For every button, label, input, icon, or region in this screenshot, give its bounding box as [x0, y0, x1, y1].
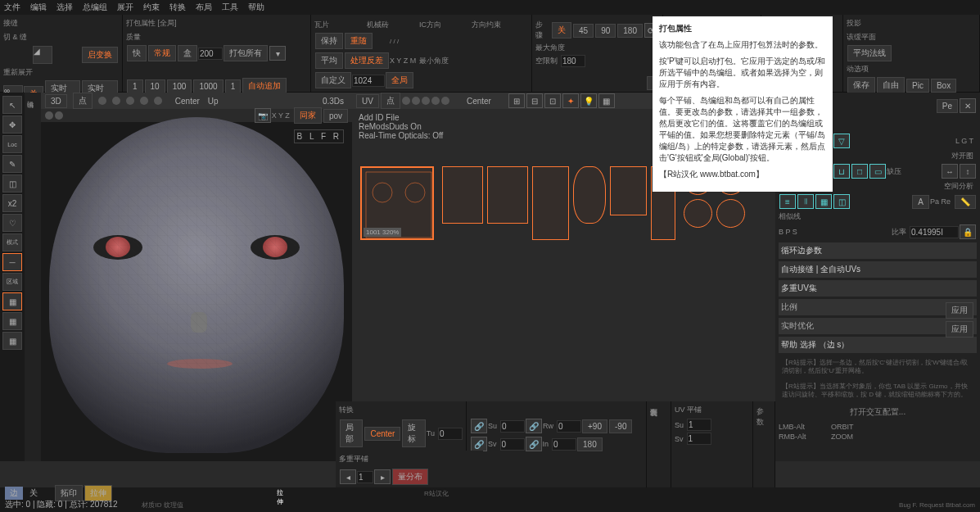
pad-input[interactable]: [198, 48, 223, 60]
su-input[interactable]: [500, 420, 525, 433]
menu-convert[interactable]: 转换: [169, 2, 186, 13]
n3[interactable]: 100: [167, 79, 192, 93]
shield-icon[interactable]: ♡: [2, 214, 22, 232]
q-fast[interactable]: 快: [127, 45, 147, 61]
menu-select[interactable]: 选择: [56, 2, 73, 13]
uvd2[interactable]: [412, 97, 420, 105]
align3-icon[interactable]: ⊡: [544, 93, 561, 108]
avg-btn[interactable]: 平均: [315, 52, 343, 69]
island1[interactable]: [442, 166, 483, 224]
d1-icon[interactable]: ≡: [779, 194, 796, 209]
align1-icon[interactable]: ⊞: [508, 93, 525, 108]
arr-h-icon[interactable]: ↔: [942, 164, 958, 179]
line-icon[interactable]: ─: [2, 253, 22, 271]
s-multiuv[interactable]: 多重UV集: [779, 280, 977, 297]
s-loop[interactable]: 循环边参数: [779, 242, 977, 259]
in-input[interactable]: [552, 438, 576, 451]
island5[interactable]: [610, 166, 647, 215]
transform-btn[interactable]: 启变换: [82, 47, 118, 63]
step45[interactable]: 45: [573, 24, 594, 38]
shade1[interactable]: [98, 97, 106, 105]
area-icon[interactable]: 区域: [2, 273, 22, 291]
chev-left-icon[interactable]: ◂: [340, 469, 356, 484]
grid1-icon[interactable]: ▦: [2, 292, 22, 310]
tab-uv[interactable]: UV: [356, 94, 379, 108]
move-icon[interactable]: ✥: [2, 116, 22, 134]
face-mesh[interactable]: [49, 117, 344, 453]
limit-input[interactable]: [561, 55, 585, 67]
island4[interactable]: [573, 166, 606, 224]
bulb-icon[interactable]: 💡: [580, 93, 597, 108]
loc-icon[interactable]: Loc: [2, 135, 22, 153]
shade2[interactable]: [112, 97, 120, 105]
global-btn[interactable]: 全局: [386, 72, 413, 88]
sv2-input[interactable]: [687, 433, 711, 445]
auto-append-btn[interactable]: 自动追加: [242, 78, 287, 94]
d3-icon[interactable]: ▦: [815, 194, 832, 209]
uvd4[interactable]: [431, 97, 440, 105]
res-input[interactable]: [352, 75, 385, 87]
island10[interactable]: [716, 199, 745, 228]
avg-normal-btn[interactable]: 平均法线: [847, 45, 892, 61]
x2-icon[interactable]: x2: [2, 194, 22, 212]
mt-input[interactable]: [357, 471, 373, 483]
config-link[interactable]: 打开交互配置...: [779, 403, 977, 421]
menu-unfold[interactable]: 展开: [117, 2, 133, 13]
save-btn[interactable]: 保存: [847, 77, 875, 93]
rerand-btn[interactable]: 重随: [345, 33, 373, 49]
cross-icon[interactable]: ✦: [562, 93, 579, 108]
step-off[interactable]: 关: [552, 22, 571, 39]
s-scale[interactable]: 比例应用: [779, 299, 977, 315]
n2[interactable]: 10: [145, 79, 165, 93]
free-btn[interactable]: 自由: [877, 77, 905, 93]
ruler-icon[interactable]: 📏: [955, 195, 976, 209]
brush-icon[interactable]: ✎: [2, 155, 22, 173]
s-rtopt[interactable]: 实时优化应用: [779, 318, 977, 334]
grid2-icon[interactable]: ▦: [2, 312, 22, 330]
pe-btn[interactable]: Pe: [937, 99, 958, 113]
menu-group[interactable]: 总编组: [83, 2, 107, 13]
ratio-input[interactable]: [910, 226, 959, 238]
s-help[interactable]: 帮助 选择 （边 s）: [779, 337, 977, 353]
link1-icon[interactable]: 🔗: [471, 419, 487, 433]
uvd5[interactable]: [441, 97, 449, 105]
viewport-3d[interactable]: 3D 点 Center Up 0.3Ds 📷 X Y Z 同家 pov B L …: [41, 93, 352, 461]
chevron-down-icon[interactable]: ▾: [269, 46, 286, 61]
p90-btn[interactable]: +90: [582, 419, 607, 433]
uvd1[interactable]: [402, 97, 410, 105]
shade4[interactable]: [140, 97, 148, 105]
center-btn[interactable]: Center: [364, 427, 400, 441]
custom-btn[interactable]: 自定义: [315, 72, 351, 88]
icon-tool[interactable]: ◢: [33, 46, 52, 64]
apply1-btn[interactable]: 应用: [946, 302, 973, 319]
x-btn[interactable]: ✕: [960, 98, 976, 113]
menu-edit[interactable]: 编辑: [30, 2, 47, 13]
lock-icon[interactable]: 🔒: [960, 224, 976, 239]
n4[interactable]: 1000: [193, 79, 223, 93]
box-proj-btn[interactable]: Box: [931, 79, 956, 93]
r180-btn[interactable]: 180: [577, 437, 603, 451]
link3-icon[interactable]: 🔗: [471, 437, 487, 451]
a4-icon[interactable]: ⊔: [833, 164, 850, 179]
menu-file[interactable]: 文件: [4, 2, 20, 13]
link4-icon[interactable]: 🔗: [526, 437, 542, 451]
a5-icon[interactable]: □: [851, 164, 868, 179]
d2-icon[interactable]: ⫴: [797, 194, 814, 209]
uv-mode[interactable]: 点: [381, 93, 400, 109]
pic-btn[interactable]: Pic: [906, 79, 929, 93]
pack-all-btn[interactable]: 打包所有: [224, 45, 268, 61]
apply2-btn[interactable]: 应用: [946, 321, 973, 338]
n1[interactable]: 1: [127, 79, 143, 93]
mode-icon[interactable]: 模式: [2, 233, 22, 251]
tu1-input[interactable]: [438, 428, 463, 440]
inv-btn[interactable]: 处理反差: [345, 52, 389, 69]
su2-input[interactable]: [687, 419, 711, 431]
home-btn[interactable]: 同家: [294, 107, 322, 124]
shade3[interactable]: [126, 97, 134, 105]
pov-btn[interactable]: pov: [323, 109, 348, 123]
uvd3[interactable]: [422, 97, 430, 105]
island8[interactable]: [684, 199, 712, 228]
align2-icon[interactable]: ⊟: [526, 93, 543, 108]
uv-tile-main[interactable]: 1001 320%: [360, 166, 434, 240]
menu-help[interactable]: 帮助: [248, 2, 264, 13]
